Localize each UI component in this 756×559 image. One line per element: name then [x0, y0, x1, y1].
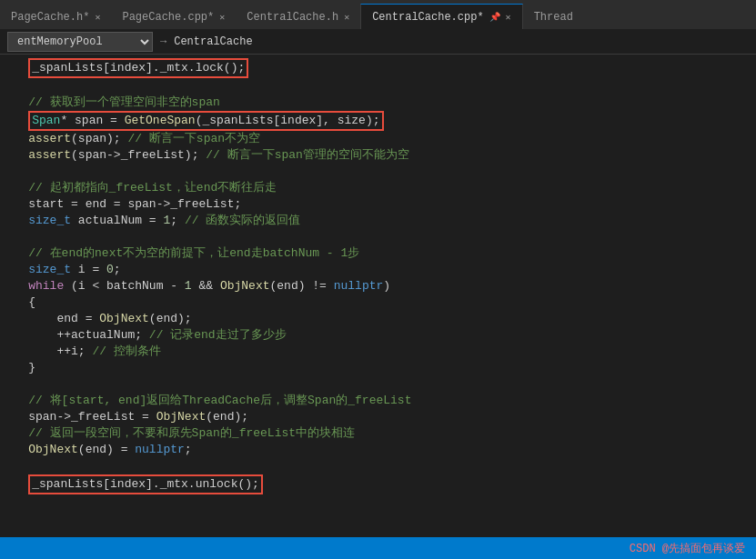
tab-close-centralcache-h[interactable]: ✕	[344, 12, 349, 23]
code-line: span->_freeList = ObjNext(end);	[0, 409, 756, 425]
tab-pagecache-cpp[interactable]: PageCache.cpp* ✕	[111, 4, 236, 29]
code-line	[0, 164, 756, 180]
code-line: ++actualNum; // 记录end走过了多少步	[0, 327, 756, 344]
tab-label: PageCache.h*	[11, 11, 89, 24]
nav-arrow: →	[160, 35, 166, 48]
tab-label: CentralCache.cpp*	[372, 11, 483, 24]
status-bar: CSDN @先搞面包再谈爱	[0, 537, 756, 559]
code-line: // 获取到一个管理空间非空的span	[0, 95, 756, 111]
code-line: assert(span->_freeList); // 断言一下span管理的空…	[0, 147, 756, 164]
tab-label: CentralCache.h	[247, 11, 338, 24]
code-line: // 起初都指向_freeList，让end不断往后走	[0, 180, 756, 196]
code-line	[0, 458, 756, 474]
tab-centralcache-h[interactable]: CentralCache.h ✕	[236, 4, 360, 29]
tab-close-centralcache-cpp[interactable]: ✕	[506, 12, 511, 23]
code-line	[0, 78, 756, 95]
code-editor: _spanLists[index]._mtx.lock(); // 获取到一个管…	[0, 55, 756, 537]
tab-label: Thread	[534, 11, 573, 24]
code-line: start = end = span->_freeList;	[0, 196, 756, 213]
code-line	[0, 229, 756, 245]
tab-centralcache-cpp[interactable]: CentralCache.cpp* 📌 ✕	[360, 4, 522, 29]
code-line: // 返回一段空间，不要和原先Span的_freeList中的块相连	[0, 425, 756, 442]
code-line: {	[0, 294, 756, 311]
code-line: size_t i = 0;	[0, 262, 756, 278]
code-line: assert(span); // 断言一下span不为空	[0, 131, 756, 147]
watermark: CSDN @先搞面包再谈爱	[630, 541, 745, 556]
code-line: end = ObjNext(end);	[0, 311, 756, 327]
tab-bar: PageCache.h* ✕ PageCache.cpp* ✕ CentralC…	[0, 0, 756, 29]
tab-thread[interactable]: Thread	[523, 4, 584, 29]
tab-close-pagecache-h[interactable]: ✕	[95, 12, 100, 23]
code-line	[0, 376, 756, 393]
code-line: Span* span = GetOneSpan(_spanLists[index…	[0, 111, 756, 131]
code-line: ++i; // 控制条件	[0, 344, 756, 360]
tab-label: PageCache.cpp*	[122, 11, 214, 24]
code-line: // 在end的next不为空的前提下，让end走batchNum - 1步	[0, 245, 756, 262]
code-line: _spanLists[index]._mtx.lock();	[0, 58, 756, 78]
nav-member: CentralCache	[174, 35, 252, 48]
code-line: }	[0, 360, 756, 376]
code-line: ObjNext(end) = nullptr;	[0, 442, 756, 458]
code-line: while (i < batchNum - 1 && ObjNext(end) …	[0, 278, 756, 294]
code-line: // 将[start, end]返回给ThreadCache后，调整Span的_…	[0, 393, 756, 409]
scope-dropdown[interactable]: entMemoryPool	[7, 32, 153, 52]
nav-bar: entMemoryPool → CentralCache	[0, 29, 756, 55]
pin-icon: 📌	[489, 12, 500, 23]
tab-close-pagecache-cpp[interactable]: ✕	[219, 12, 225, 23]
code-line: size_t actualNum = 1; // 函数实际的返回值	[0, 213, 756, 229]
tab-pagecache-h[interactable]: PageCache.h* ✕	[0, 4, 111, 29]
code-line: _spanLists[index]._mtx.unlock();	[0, 474, 756, 494]
